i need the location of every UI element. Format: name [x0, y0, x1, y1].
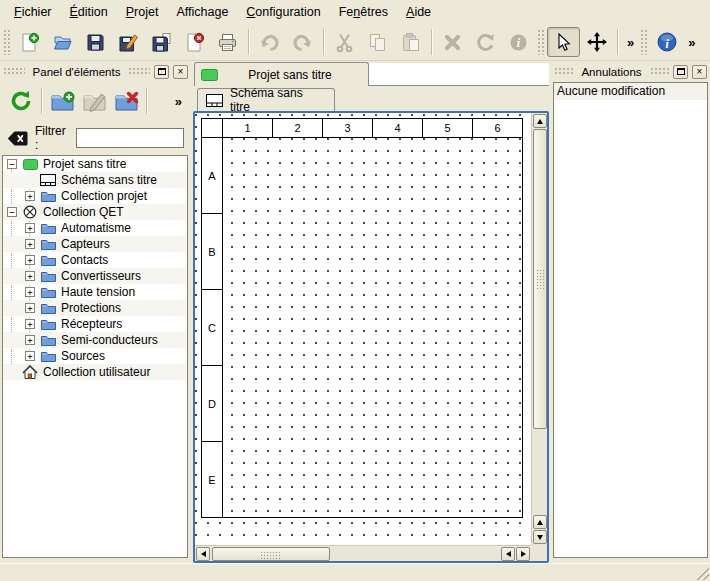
element-info-button[interactable]: i: [502, 27, 535, 57]
expand-expander-icon[interactable]: +: [25, 303, 35, 313]
menu-affichage[interactable]: Affichage: [167, 2, 237, 22]
new-category-button[interactable]: [46, 85, 78, 117]
undo-panel: Annulations × Aucune modification: [551, 62, 710, 563]
save-all-button[interactable]: [145, 27, 178, 57]
scroll-left-button[interactable]: [196, 547, 210, 561]
copy-icon: [367, 32, 388, 53]
tree-item-projet-sans-titre[interactable]: − Projet sans titre: [3, 156, 187, 172]
new-document-button[interactable]: [13, 27, 46, 57]
menu-configuration[interactable]: Configuration: [237, 2, 329, 22]
diagram-grid-area[interactable]: [223, 138, 523, 518]
tree-item-capteurs[interactable]: + Capteurs: [3, 236, 187, 252]
expand-expander-icon[interactable]: +: [25, 239, 35, 249]
collapse-expander-icon[interactable]: −: [7, 207, 17, 217]
folder-icon: [39, 270, 57, 282]
scroll-right-button[interactable]: [516, 547, 530, 561]
cut-button[interactable]: [328, 27, 361, 57]
tree-item-recepteurs[interactable]: + Récepteurs: [3, 316, 187, 332]
scroll-down-button[interactable]: [533, 530, 547, 544]
open-folder-icon: [52, 32, 73, 53]
toolbar-drag-handle[interactable]: [3, 29, 11, 55]
collections-overflow-chevron[interactable]: »: [170, 94, 186, 109]
menu-aide[interactable]: Aide: [397, 2, 440, 22]
expand-expander-icon[interactable]: +: [25, 223, 35, 233]
undo-button[interactable]: [253, 27, 286, 57]
vertical-scroll-thumb[interactable]: [533, 129, 547, 429]
copy-button[interactable]: [361, 27, 394, 57]
clear-filter-icon[interactable]: [7, 131, 28, 146]
print-button[interactable]: [211, 27, 244, 57]
tree-item-contacts[interactable]: + Contacts: [3, 252, 187, 268]
tree-item-automatisme[interactable]: + Automatisme: [3, 220, 187, 236]
collapse-expander-icon[interactable]: −: [7, 159, 17, 169]
toolbar-drag-handle[interactable]: [537, 29, 545, 55]
move-tool-button[interactable]: [580, 27, 613, 57]
expand-expander-icon[interactable]: +: [25, 351, 35, 361]
expand-expander-icon[interactable]: +: [25, 255, 35, 265]
scroll-up-button[interactable]: [533, 515, 547, 529]
folder-icon: [39, 222, 57, 234]
filter-input[interactable]: [76, 128, 184, 148]
redo-button[interactable]: [286, 27, 319, 57]
toolbar-overflow-chevron[interactable]: »: [622, 35, 638, 50]
open-project-button[interactable]: [46, 27, 79, 57]
tree-item-semi-conducteurs[interactable]: + Semi-conducteurs: [3, 332, 187, 348]
expand-expander-icon[interactable]: +: [25, 319, 35, 329]
tree-item-collection-utilisateur[interactable]: Collection utilisateur: [3, 364, 187, 380]
close-document-button[interactable]: [178, 27, 211, 57]
tree-item-convertisseurs[interactable]: + Convertisseurs: [3, 268, 187, 284]
tree-item-collection-qet[interactable]: − Collection QET: [3, 204, 187, 220]
elements-panel-titlebar[interactable]: Panel d'éléments ×: [0, 62, 191, 81]
menu-fenetres[interactable]: Fenêtres: [330, 2, 397, 22]
float-window-button[interactable]: [154, 65, 169, 79]
tree-item-sources[interactable]: + Sources: [3, 348, 187, 364]
cut-icon: [334, 32, 355, 53]
toolbar-separator: [41, 88, 42, 114]
frame-corner-cell: [201, 118, 223, 138]
delete-category-button[interactable]: [110, 85, 142, 117]
collections-toolbar: »: [0, 81, 191, 121]
tree-item-haute-tension[interactable]: + Haute tension: [3, 284, 187, 300]
scroll-up-button[interactable]: [533, 114, 547, 128]
scroll-left-button[interactable]: [501, 547, 515, 561]
tree-item-schema-sans-titre[interactable]: Schéma sans titre: [3, 172, 187, 188]
folder-icon: [39, 238, 57, 250]
folder-icon: [39, 286, 57, 298]
save-button[interactable]: [79, 27, 112, 57]
edit-category-button[interactable]: [78, 85, 110, 117]
resize-grip[interactable]: [696, 567, 709, 580]
close-panel-button[interactable]: ×: [692, 65, 707, 79]
tree-item-collection-projet[interactable]: + Collection projet: [3, 188, 187, 204]
undo-list-item[interactable]: Aucune modification: [554, 83, 707, 100]
elements-tree[interactable]: − Projet sans titre Schéma sans titre + …: [2, 155, 188, 558]
expand-expander-icon[interactable]: +: [25, 191, 35, 201]
expand-expander-icon[interactable]: +: [25, 271, 35, 281]
reload-collections-button[interactable]: [5, 85, 37, 117]
paste-button[interactable]: [394, 27, 427, 57]
delete-button[interactable]: [436, 27, 469, 57]
expand-expander-icon[interactable]: +: [25, 287, 35, 297]
menu-projet[interactable]: Projet: [117, 2, 168, 22]
menu-edition[interactable]: Édition: [61, 2, 117, 22]
tab-schema-sans-titre[interactable]: Schéma sans titre: [197, 88, 335, 111]
rotate-button[interactable]: [469, 27, 502, 57]
undo-history-list[interactable]: Aucune modification: [553, 82, 708, 558]
save-as-button[interactable]: [112, 27, 145, 57]
elements-panel: Panel d'éléments × » Filtrer :: [0, 62, 191, 563]
tab-projet-sans-titre[interactable]: Projet sans titre: [194, 62, 369, 86]
expand-expander-icon[interactable]: +: [25, 335, 35, 345]
horizontal-scroll-thumb[interactable]: [212, 547, 330, 561]
menu-fichier[interactable]: Fichier: [5, 2, 61, 22]
diagram-canvas[interactable]: 1 2 3 4 5 6 A B C D E: [195, 113, 531, 545]
toolbar-overflow-chevron[interactable]: »: [683, 35, 699, 50]
vertical-scrollbar: [531, 113, 547, 545]
undo-panel-titlebar[interactable]: Annulations ×: [551, 62, 710, 81]
float-window-icon: [677, 68, 685, 75]
save-all-icon: [151, 32, 172, 53]
toolbar-drag-handle[interactable]: [640, 29, 648, 55]
tree-item-protections[interactable]: + Protections: [3, 300, 187, 316]
close-panel-button[interactable]: ×: [173, 65, 188, 79]
select-tool-button[interactable]: [547, 27, 580, 57]
float-window-button[interactable]: [673, 65, 688, 79]
help-info-button[interactable]: i: [650, 27, 683, 57]
